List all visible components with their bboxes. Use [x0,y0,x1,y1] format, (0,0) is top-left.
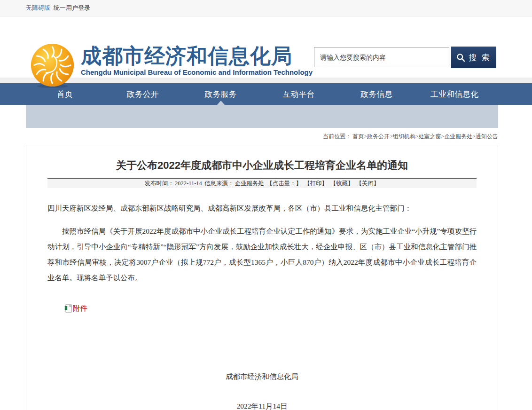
paragraph-main: 按照市经信局《关于开展2022年度成都市中小企业成长工程培育企业认定工作的通知》… [47,223,477,285]
nav-item-gov-disclosure[interactable]: 政务公开 [104,83,182,105]
search-button[interactable]: 搜 索 [451,47,496,68]
nav-item-home[interactable]: 首页 [26,83,104,105]
nav-item-industry-it[interactable]: 工业和信息化 [415,83,493,105]
top-utility-bar: 无障碍版 统一用户登录 [0,0,532,16]
accessibility-version-link[interactable]: 无障碍版 [26,4,50,12]
article-container: 关于公布2022年度成都市中小企业成长工程培育企业名单的通知 发布时间：2022… [26,145,498,410]
site-search: 搜 索 [314,47,496,68]
hit-count: 【点击量：】 [266,180,302,187]
main-nav: 首页 政务公开 政务服务 互动平台 政务信息 工业和信息化 [0,83,532,105]
nav-item-interaction-platform[interactable]: 互动平台 [259,83,337,105]
signature-agency: 成都市经济和信息化局 [47,369,477,384]
search-input[interactable] [314,47,449,67]
site-header: 成都市经济和信息化局 Chengdu Municipal Bureau of E… [0,16,532,78]
search-button-label: 搜 索 [469,52,491,63]
site-title-english: Chengdu Municipal Bureau of Economic and… [81,68,313,76]
paragraph-salutation: 四川天府新区发经局、成都东部新区战略研究局、成都高新区发展改革局，各区（市）县工… [47,200,477,216]
print-button[interactable]: 【打印】 [304,180,328,187]
site-title: 成都市经济和信息化局 [81,45,313,67]
attachment-row: 附件 [47,300,477,316]
nav-item-gov-services[interactable]: 政务服务 [182,83,260,105]
favorite-button[interactable]: 【收藏】 [330,180,353,187]
attachment-link[interactable]: 附件 [73,300,87,316]
source-label: 信息来源： [204,180,234,187]
sunbird-logo [30,43,75,88]
header-divider-strip [0,78,532,83]
signature-date: 2022年11月14日 [47,398,477,410]
nav-submenu-panel [26,105,498,128]
breadcrumb-path[interactable]: 首页>政务公开>组织机构>处室之窗>企业服务处>通知公告 [352,133,498,140]
brand-block: 成都市经济和信息化局 Chengdu Municipal Bureau of E… [81,45,313,76]
article-title: 关于公布2022年度成都市中小企业成长工程培育企业名单的通知 [26,158,498,173]
close-button[interactable]: 【关闭】 [356,180,380,187]
excel-file-icon [64,304,72,313]
article-meta-bar: 发布时间：2022-11-14 信息来源：企业服务处 【点击量：】 【打印】 【… [47,178,477,188]
nav-item-gov-information[interactable]: 政务信息 [337,83,415,105]
source-value: 企业服务处 [235,180,265,187]
search-icon [456,53,465,62]
publish-time-label: 发布时间： [145,180,174,187]
nav-item-gov-services-label: 政务服务 [205,89,237,100]
publish-time: 2022-11-14 [175,180,202,187]
article-body: 四川天府新区发经局、成都东部新区战略研究局、成都高新区发展改革局，各区（市）县工… [47,200,477,410]
breadcrumb: 当前位置： 首页>政务公开>组织机构>处室之窗>企业服务处>通知公告 [26,128,498,145]
active-tab-indicator [217,101,225,105]
unified-login-link[interactable]: 统一用户登录 [54,4,90,12]
signature-block: 成都市经济和信息化局 2022年11月14日 [47,369,477,410]
breadcrumb-prefix: 当前位置： [323,133,351,140]
